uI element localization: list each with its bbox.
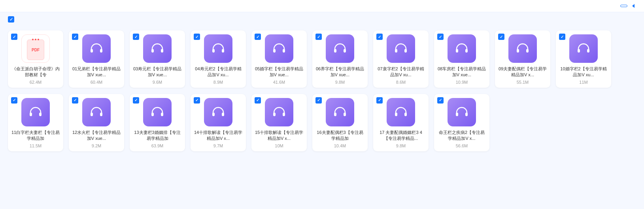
card-checkbox[interactable]	[72, 34, 78, 40]
file-size: 9.8M	[335, 80, 345, 85]
card-checkbox[interactable]	[498, 34, 504, 40]
top-right-controls	[620, 4, 636, 8]
file-card[interactable]: 命王栏之疾病2【专注易学精品加V x...56.6M	[434, 94, 489, 151]
select-all-checkbox[interactable]	[8, 16, 14, 23]
svg-rect-16	[578, 49, 580, 53]
file-size: 8.9M	[213, 80, 223, 85]
audio-icon	[508, 34, 537, 63]
card-checkbox[interactable]	[133, 34, 139, 40]
file-size: 11M	[579, 80, 587, 85]
file-card[interactable]: 08车房栏【专注易学精品加V xue...10.9M	[434, 30, 489, 88]
file-card[interactable]: 06养字栏【专注易学精品加V xue...9.8M	[312, 30, 368, 88]
file-name: 03寿元栏【专注易学精品加V xue...	[133, 66, 182, 78]
file-card[interactable]: 14十排歌解读【专注易学精品加V x...9.7M	[191, 94, 246, 151]
svg-rect-8	[334, 49, 336, 53]
card-checkbox[interactable]	[255, 34, 261, 40]
svg-rect-23	[161, 113, 163, 116]
svg-rect-30	[395, 113, 397, 116]
file-card[interactable]: 04寿元栏2【专注易学精品加V xu...8.9M	[191, 30, 246, 88]
svg-rect-21	[100, 113, 102, 116]
card-checkbox[interactable]	[194, 34, 200, 40]
card-checkbox[interactable]	[437, 97, 444, 104]
svg-rect-12	[456, 49, 458, 53]
file-size: 10M	[275, 143, 283, 148]
card-checkbox[interactable]	[11, 97, 17, 104]
card-checkbox[interactable]	[133, 97, 139, 104]
svg-rect-13	[465, 49, 468, 53]
card-checkbox[interactable]	[255, 97, 261, 104]
audio-icon	[569, 34, 598, 63]
expand-button[interactable]	[632, 4, 636, 8]
files-row-2: 11白字栏夫妻栏【专注易学精品加11.5M 12水火栏【专注易学精品加V xue…	[8, 94, 636, 151]
svg-rect-14	[517, 49, 519, 53]
files-grid: PDF 《命王派白胡子命理》内部教材【专62.4M 01兄弟栏【专注易学精品加V…	[0, 26, 644, 159]
card-checkbox[interactable]	[437, 34, 444, 40]
svg-rect-17	[587, 49, 589, 53]
file-size: 9.2M	[92, 143, 101, 148]
card-checkbox[interactable]	[315, 97, 322, 104]
file-name: 10婚字栏2【专注易学精品加V xu...	[559, 66, 608, 78]
file-card[interactable]: 07衰字栏2【专注易学精品加V xu...8.6M	[373, 30, 429, 88]
audio-icon	[143, 34, 172, 63]
file-card[interactable]: 11白字栏夫妻栏【专注易学精品加11.5M	[8, 94, 63, 151]
file-card[interactable]: 01兄弟栏【专注易学精品加V xue...60.4M	[69, 30, 124, 88]
file-size: 9.6M	[153, 80, 162, 85]
file-size: 8.6M	[396, 80, 406, 85]
audio-icon	[82, 98, 111, 126]
file-size: 10.9M	[456, 80, 468, 85]
file-card[interactable]: 17 夫妻配偶婚姻栏3 4【专注易学精品...9.8M	[373, 94, 429, 151]
svg-rect-20	[91, 113, 93, 116]
file-size: 9.8M	[396, 143, 406, 148]
svg-rect-19	[39, 113, 42, 116]
card-checkbox[interactable]	[376, 34, 383, 40]
file-name: 06养字栏【专注易学精品加V xue...	[315, 66, 364, 78]
file-name: 05婚字栏【专注易学精品加V xue...	[255, 66, 304, 78]
svg-rect-15	[526, 49, 529, 53]
file-card[interactable]: 10婚字栏2【专注易学精品加V xu...11M	[556, 30, 611, 88]
card-checkbox[interactable]	[72, 97, 78, 104]
file-size: 63.9M	[151, 143, 164, 148]
svg-rect-27	[283, 113, 285, 116]
file-card[interactable]: 03寿元栏【专注易学精品加V xue...9.6M	[130, 30, 185, 88]
file-name: 09夫妻配偶栏【专注易学精品加V x...	[498, 66, 547, 78]
file-card[interactable]: 15十排歌解读【专注易学精品加V x...10M	[251, 94, 307, 151]
audio-icon	[448, 34, 476, 63]
svg-rect-1	[100, 49, 102, 53]
audio-icon	[448, 98, 476, 126]
files-row-1: PDF 《命王派白胡子命理》内部教材【专62.4M 01兄弟栏【专注易学精品加V…	[8, 30, 636, 88]
svg-rect-0	[91, 49, 93, 53]
svg-rect-28	[334, 113, 336, 116]
file-size: 10.4M	[334, 143, 346, 148]
file-card[interactable]: 13夫妻栏3婚姻排【专注易学精品加63.9M	[130, 94, 185, 151]
svg-rect-2	[151, 49, 154, 53]
file-name: 16夫妻配偶栏3【专注易学精品加	[315, 130, 364, 142]
svg-rect-22	[151, 113, 154, 116]
file-size: 55.1M	[517, 80, 529, 85]
file-card[interactable]: 12水火栏【专注易学精品加V xue...9.2M	[69, 94, 124, 151]
card-checkbox[interactable]	[315, 34, 322, 40]
file-size: 62.4M	[30, 80, 42, 85]
svg-rect-25	[222, 113, 224, 116]
file-name: 12水火栏【专注易学精品加V xue...	[72, 130, 121, 142]
audio-icon	[387, 98, 415, 126]
file-name: 01兄弟栏【专注易学精品加V xue...	[72, 66, 121, 78]
svg-rect-31	[404, 113, 407, 116]
svg-rect-11	[404, 49, 407, 53]
bot-label	[620, 5, 627, 7]
card-checkbox[interactable]	[376, 97, 383, 104]
file-name: 07衰字栏2【专注易学精品加V xu...	[376, 66, 425, 78]
file-card[interactable]: 09夫妻配偶栏【专注易学精品加V x...55.1M	[495, 30, 550, 88]
file-name: 14十排歌解读【专注易学精品加V x...	[194, 130, 243, 142]
card-checkbox[interactable]	[11, 34, 17, 40]
audio-icon	[82, 34, 111, 63]
audio-icon	[143, 98, 172, 126]
file-card[interactable]: 05婚字栏【专注易学精品加V xue...41.6M	[251, 30, 307, 88]
file-name: 命王栏之疾病2【专注易学精品加V x...	[437, 130, 486, 142]
file-card[interactable]: PDF 《命王派白胡子命理》内部教材【专62.4M	[8, 30, 63, 88]
card-checkbox[interactable]	[559, 34, 565, 40]
file-card[interactable]: 16夫妻配偶栏3【专注易学精品加10.4M	[312, 94, 368, 151]
svg-rect-9	[344, 49, 346, 53]
svg-rect-10	[395, 49, 397, 53]
card-checkbox[interactable]	[194, 97, 200, 104]
selection-bar	[0, 12, 644, 26]
